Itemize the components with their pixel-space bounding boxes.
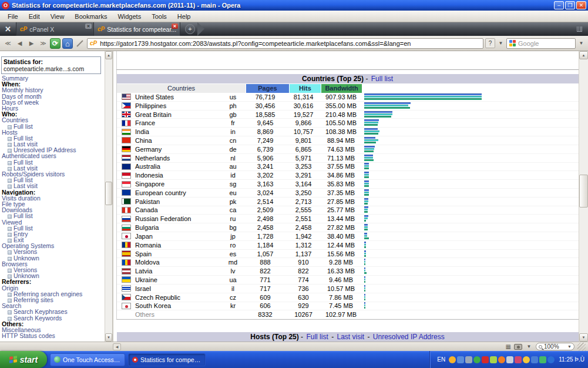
tray-icon-1[interactable] bbox=[449, 356, 456, 363]
menu-item-widgets[interactable]: Widgets bbox=[112, 12, 146, 21]
hits-value: 3,250 bbox=[287, 189, 320, 196]
hosts-link-full-list[interactable]: Full list bbox=[306, 333, 328, 341]
country-code: kr bbox=[223, 302, 243, 309]
countries-columns-header: Countries Pages Hits Bandwidth bbox=[117, 84, 579, 93]
minimize-button[interactable]: – bbox=[554, 1, 564, 9]
sidebar-link[interactable]: HTTP Status codes bbox=[2, 333, 105, 339]
tab-close-icon[interactable]: ✕ bbox=[85, 24, 92, 29]
sidebar-link[interactable]: Hours bbox=[2, 105, 105, 111]
bandwidth-bar bbox=[364, 194, 369, 196]
tray-icon-7[interactable] bbox=[498, 356, 505, 363]
country-cell: South Korea bbox=[117, 302, 223, 309]
fast-forward-button[interactable]: ≫ bbox=[38, 38, 48, 48]
tab-close-icon[interactable]: ✕ bbox=[172, 24, 178, 29]
note-pencil-icon[interactable] bbox=[76, 40, 83, 46]
search-placeholder: Google bbox=[518, 40, 539, 47]
tab-statistics[interactable]: cP Statistics for competear... ✕ bbox=[94, 22, 180, 36]
scroll-thumb[interactable] bbox=[579, 175, 588, 208]
window-titlebar[interactable]: O Statistics for competearticle.marketpl… bbox=[0, 0, 588, 11]
menu-item-file[interactable]: File bbox=[2, 12, 23, 21]
url-dropdown-button[interactable]: ▼ bbox=[497, 38, 505, 48]
menu-item-bookmarks[interactable]: Bookmarks bbox=[69, 12, 112, 21]
tray-icon-11[interactable] bbox=[531, 356, 538, 363]
menu-item-help[interactable]: Help bbox=[172, 12, 196, 21]
pages-value: 30,456 bbox=[243, 102, 287, 109]
url-field[interactable]: cP https://gator1739.hostgator.com:2083/… bbox=[87, 38, 483, 49]
panels-toggle-button[interactable]: ✕ bbox=[0, 22, 16, 36]
pages-value: 888 bbox=[243, 259, 287, 266]
images-dropdown-button[interactable]: ▼ bbox=[525, 343, 533, 350]
menu-item-edit[interactable]: Edit bbox=[23, 12, 45, 21]
closed-tabs-button[interactable] bbox=[570, 22, 588, 36]
pages-value: 76,719 bbox=[243, 93, 287, 101]
scroll-up-button[interactable]: ▲ bbox=[105, 51, 112, 59]
rewind-button[interactable]: ≪ bbox=[3, 38, 13, 48]
forward-button[interactable]: ▶ bbox=[26, 38, 36, 48]
hits-bar bbox=[364, 192, 369, 193]
tray-icon-6[interactable] bbox=[490, 356, 497, 363]
country-flag bbox=[122, 225, 131, 231]
hscroll-left-button[interactable]: ◀ bbox=[113, 343, 121, 350]
bandwidth-bar bbox=[364, 124, 378, 126]
zoom-control[interactable]: 100% ▼ bbox=[536, 343, 574, 350]
bandwidth-bar bbox=[364, 281, 365, 283]
country-cell: Czech Republic bbox=[117, 294, 223, 301]
tray-icon-2[interactable] bbox=[457, 356, 464, 363]
tray-icon-12[interactable] bbox=[539, 356, 546, 363]
bandwidth-bar bbox=[364, 220, 366, 222]
tray-icon-13[interactable] bbox=[547, 356, 555, 363]
restore-button[interactable]: ❐ bbox=[565, 1, 575, 9]
tab-cpanel[interactable]: cP cPanel X ✕ bbox=[16, 22, 94, 36]
close-button[interactable]: ✕ bbox=[576, 1, 586, 9]
back-button[interactable]: ◀ bbox=[15, 38, 25, 48]
scroll-thumb[interactable] bbox=[105, 182, 112, 205]
help-button[interactable]: ? bbox=[485, 38, 495, 48]
sidebar-scrollbar[interactable]: ▲ ▼ bbox=[105, 51, 112, 342]
countries-full-list-link[interactable]: Full list bbox=[371, 75, 393, 83]
tray-language-indicator[interactable]: EN bbox=[435, 355, 448, 364]
scroll-down-button[interactable]: ▼ bbox=[105, 333, 112, 342]
url-text: https://gator1739.hostgator.com:2083/aws… bbox=[100, 40, 411, 47]
country-cell: India bbox=[117, 128, 223, 135]
menu-item-tools[interactable]: Tools bbox=[146, 12, 172, 21]
tray-icon-5[interactable] bbox=[482, 356, 489, 363]
resize-grip[interactable] bbox=[577, 343, 586, 351]
scroll-down-button[interactable]: ▼ bbox=[579, 333, 588, 342]
main-scrollbar[interactable]: ▲ ▼ bbox=[579, 51, 588, 342]
table-row: Indonesiaid3,2023,29134.86 MB bbox=[117, 171, 579, 180]
pages-value: 18,585 bbox=[243, 111, 287, 118]
sidebar-sublink[interactable]: Full list bbox=[2, 213, 105, 219]
country-name: Others bbox=[135, 311, 154, 318]
new-tab-button[interactable]: + bbox=[185, 24, 195, 34]
menu-item-view[interactable]: View bbox=[45, 12, 70, 21]
hits-value: 81,314 bbox=[287, 93, 320, 101]
bandwidth-bar bbox=[364, 98, 482, 100]
pages-value: 3,024 bbox=[243, 189, 287, 196]
tray-icon-9[interactable] bbox=[515, 356, 522, 363]
country-cell: France bbox=[117, 119, 223, 126]
table-row: Spaines1,0571,13715.56 MB bbox=[117, 250, 579, 259]
camera-icon[interactable] bbox=[514, 344, 522, 350]
plugin-icon[interactable]: ▦ bbox=[506, 343, 511, 350]
scroll-up-button[interactable]: ▲ bbox=[579, 51, 588, 59]
start-button[interactable]: start bbox=[0, 351, 47, 368]
country-flag bbox=[122, 303, 131, 309]
task-button-one-touch[interactable]: One Touch Access - ... bbox=[50, 353, 125, 366]
task-button-statistics[interactable]: Statistics for compete... bbox=[128, 353, 206, 366]
hosts-link-unresolved[interactable]: Unresolved IP Address bbox=[373, 333, 445, 341]
search-dropdown-button[interactable]: ▼ bbox=[577, 38, 585, 48]
tray-icon-4[interactable] bbox=[473, 356, 481, 363]
reload-button[interactable]: ⟳ bbox=[50, 38, 61, 49]
country-name: Australia bbox=[135, 163, 160, 170]
search-field[interactable]: Google bbox=[506, 38, 576, 49]
tray-icon-10[interactable] bbox=[523, 356, 530, 363]
tray-icon-8[interactable] bbox=[506, 356, 513, 363]
bandwidth-value: 355.00 MB bbox=[320, 102, 362, 109]
home-button[interactable]: ⌂ bbox=[62, 38, 73, 49]
pages-value: 9,645 bbox=[243, 119, 287, 126]
hosts-link-last-visit[interactable]: Last visit bbox=[337, 333, 364, 341]
pages-value: 1,057 bbox=[243, 250, 287, 257]
bars-cell bbox=[362, 206, 579, 213]
tray-icon-3[interactable] bbox=[465, 356, 472, 363]
pages-value: 1,184 bbox=[243, 242, 287, 249]
